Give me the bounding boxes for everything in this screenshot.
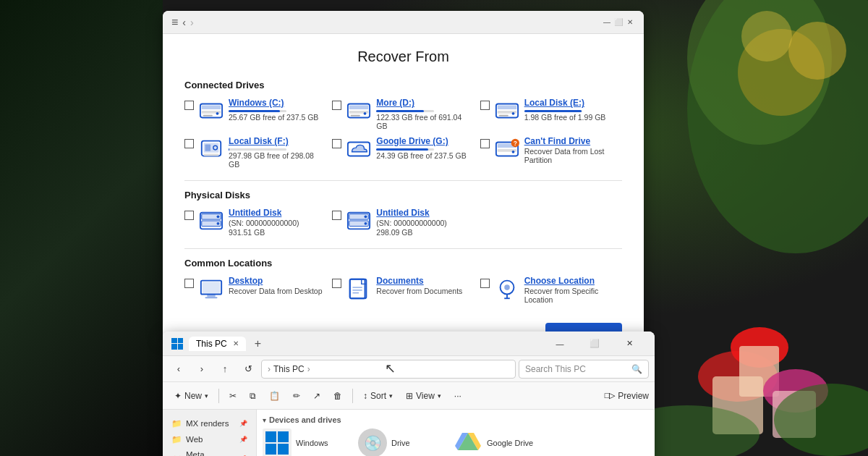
svg-rect-35 xyxy=(204,154,219,156)
toolbar-separator-2 xyxy=(352,389,353,403)
monitor-left-bezel xyxy=(0,0,163,456)
svg-point-49 xyxy=(217,222,220,225)
disk-checkbox-1[interactable] xyxy=(184,211,194,220)
sidebar-item-web[interactable]: 📁 Web 📌 xyxy=(163,431,256,447)
physical-disk-icon-1 xyxy=(199,208,224,233)
explorer-minimize-button[interactable]: — xyxy=(543,332,576,355)
explorer-close-button[interactable]: ✕ xyxy=(613,332,646,355)
sort-label: Sort xyxy=(370,391,386,401)
drive-name-windows-c[interactable]: Windows (C:) xyxy=(229,98,326,108)
forward-button[interactable]: › xyxy=(192,359,212,379)
svg-rect-17 xyxy=(202,105,221,109)
device-item-windows[interactable]: Windows xyxy=(263,428,349,456)
drive-checkbox-cant-find[interactable] xyxy=(480,139,490,148)
rename-icon: ✏ xyxy=(293,391,300,401)
location-desc-documents: Recover from Documents xyxy=(376,287,474,295)
drive-checkbox-google-g[interactable] xyxy=(332,139,341,148)
paste-button[interactable]: 📋 xyxy=(263,385,286,407)
device-name-windows: Windows xyxy=(296,439,328,447)
location-info-choose: Choose Location Recover from Specific Lo… xyxy=(524,276,622,304)
copy-button[interactable]: ⧉ xyxy=(244,385,262,407)
location-checkbox-documents[interactable] xyxy=(332,279,341,288)
location-checkbox-choose[interactable] xyxy=(480,279,490,288)
address-bar[interactable]: › This PC › xyxy=(261,360,516,379)
window-controls: — ⬜ ✕ xyxy=(602,17,635,28)
alert-drive-icon: ? xyxy=(495,137,519,161)
svg-rect-22 xyxy=(349,105,368,109)
sort-button[interactable]: ↕ Sort ▾ xyxy=(357,385,399,407)
location-name-documents[interactable]: Documents xyxy=(376,276,474,286)
device-item-other[interactable]: 💿 Drive xyxy=(358,428,445,456)
explorer-window-controls: — ⬜ ✕ xyxy=(543,332,646,355)
drive-item-google-g: Google Drive (G:) 24.39 GB free of 237.5… xyxy=(332,136,474,169)
close-button[interactable]: ✕ xyxy=(625,17,635,28)
sidebar-label-meta: Meta resources xyxy=(186,450,235,456)
svg-point-56 xyxy=(365,222,367,225)
device-name-google: Google Drive xyxy=(487,439,533,447)
minimize-button[interactable]: — xyxy=(602,17,612,28)
new-button[interactable]: ✦ New ▾ xyxy=(169,385,214,407)
other-drive-icon: 💿 xyxy=(358,428,387,456)
view-chevron-icon: ▾ xyxy=(438,392,441,400)
drive-icon-windows-c xyxy=(198,98,224,124)
location-checkbox-desktop[interactable] xyxy=(184,279,194,288)
drive-item-more-d: More (D:) 122.33 GB free of 691.04 GB xyxy=(332,98,474,130)
drive-name-cant-find[interactable]: Can't Find Drive xyxy=(524,136,622,146)
drive-item-local-f: Local Disk (F:) 297.98 GB free of 298.08… xyxy=(184,136,326,169)
windows-drive-icon xyxy=(263,428,292,456)
drive-name-local-e[interactable]: Local Disk (E:) xyxy=(524,98,622,108)
devices-label: Devices and drives xyxy=(269,415,341,424)
location-info-documents: Documents Recover from Documents xyxy=(376,276,474,295)
drive-space-google-g: 24.39 GB free of 237.5 GB xyxy=(376,151,474,160)
back-icon[interactable]: ‹ xyxy=(182,17,186,28)
explorer-toolbar: ✦ New ▾ ✂ ⧉ 📋 ✏ ↗ 🗑 ↕ Sort ▾ ⊞ xyxy=(163,382,655,410)
cut-icon: ✂ xyxy=(229,391,237,401)
rename-button[interactable]: ✏ xyxy=(287,385,306,407)
address-separator: › xyxy=(268,364,271,374)
google-drive-icon xyxy=(454,428,482,456)
sidebar-item-mx-renders[interactable]: 📁 MX renders 📌 xyxy=(163,415,256,431)
drive-checkbox-local-e[interactable] xyxy=(480,101,490,110)
drive-name-more-d[interactable]: More (D:) xyxy=(376,98,474,108)
disk-name-2[interactable]: Untitled Disk xyxy=(376,208,474,218)
explorer-title-left: This PC ✕ + xyxy=(171,337,261,351)
disk-checkbox-2[interactable] xyxy=(332,211,341,220)
device-item-google-drive[interactable]: Google Drive xyxy=(454,428,540,456)
forward-icon[interactable]: › xyxy=(190,17,194,28)
win-icon-bl xyxy=(265,444,276,455)
maximize-button[interactable]: ⬜ xyxy=(613,17,624,28)
view-button[interactable]: ⊞ View ▾ xyxy=(400,385,447,407)
drive-checkbox-windows-c[interactable] xyxy=(184,101,194,110)
drive-name-google-g[interactable]: Google Drive (G:) xyxy=(376,136,474,146)
collapse-chevron-icon[interactable]: ▾ xyxy=(263,416,266,424)
new-tab-button[interactable]: + xyxy=(255,337,261,350)
connected-drives-label: Connected Drives xyxy=(184,80,622,90)
location-name-choose[interactable]: Choose Location xyxy=(524,276,622,286)
search-bar[interactable]: Search This PC 🔍 xyxy=(519,360,649,379)
sidebar-item-meta[interactable]: 📁 Meta resources 📌 xyxy=(163,447,256,456)
drive-icon-local-f xyxy=(198,136,224,162)
drive-item-local-e: Local Disk (E:) 1.98 GB free of 1.99 GB xyxy=(480,98,622,130)
cut-button[interactable]: ✂ xyxy=(224,385,242,407)
location-icon-choose xyxy=(494,276,520,302)
drive-checkbox-local-f[interactable] xyxy=(184,139,194,148)
new-chevron-icon: ▾ xyxy=(205,392,208,400)
disk-name-1[interactable]: Untitled Disk xyxy=(229,208,326,218)
back-button[interactable]: ‹ xyxy=(169,359,189,379)
preview-section: □▷ Preview xyxy=(605,391,649,401)
location-item-documents: Documents Recover from Documents xyxy=(332,276,474,304)
up-button[interactable]: ↑ xyxy=(215,359,235,379)
tab-close-button[interactable]: ✕ xyxy=(233,339,239,347)
delete-button[interactable]: 🗑 xyxy=(328,385,348,407)
explorer-restore-button[interactable]: ⬜ xyxy=(578,332,611,355)
refresh-button[interactable]: ↺ xyxy=(238,359,258,379)
drive-bar-local-f xyxy=(229,148,286,151)
cloud-icon xyxy=(346,137,371,161)
svg-rect-20 xyxy=(203,115,213,117)
location-name-desktop[interactable]: Desktop xyxy=(229,276,326,286)
share-button[interactable]: ↗ xyxy=(307,385,326,407)
drive-name-local-f[interactable]: Local Disk (F:) xyxy=(229,136,326,146)
menu-icon[interactable]: ≡ xyxy=(171,16,178,29)
drive-checkbox-more-d[interactable] xyxy=(332,101,341,110)
more-button[interactable]: ··· xyxy=(448,385,467,407)
